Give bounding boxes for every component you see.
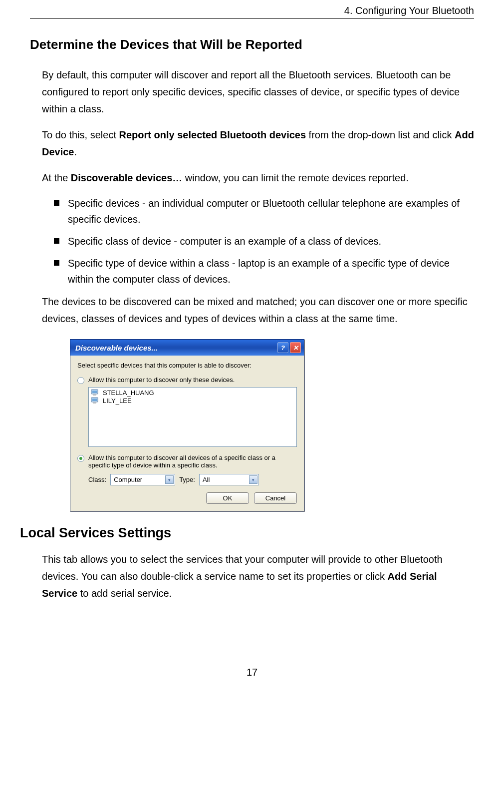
bold-text: Report only selected Bluetooth devices xyxy=(119,129,306,140)
svg-rect-2 xyxy=(93,395,96,396)
computer-icon xyxy=(91,389,100,397)
svg-rect-4 xyxy=(92,399,97,401)
radio-specific-class[interactable] xyxy=(77,455,84,462)
paragraph: To do this, select Report only selected … xyxy=(42,126,474,160)
paragraph: At the Discoverable devices… window, you… xyxy=(42,169,474,186)
ok-button[interactable]: OK xyxy=(206,492,249,504)
section-heading-local-services: Local Services Settings xyxy=(20,525,474,541)
chevron-down-icon: ▾ xyxy=(249,475,257,484)
radio-label: Allow this computer to discover only the… xyxy=(88,376,235,384)
page-number: 17 xyxy=(30,667,474,678)
radio-label: Allow this computer to discover all devi… xyxy=(88,454,297,469)
list-item: Specific type of device within a class -… xyxy=(54,255,474,287)
list-item: Specific class of device - computer is a… xyxy=(54,233,474,249)
type-dropdown[interactable]: All ▾ xyxy=(199,474,259,485)
cancel-button[interactable]: Cancel xyxy=(254,492,297,504)
paragraph: This tab allows you to select the servic… xyxy=(42,551,474,602)
dialog-titlebar[interactable]: Discoverable devices... ? ✕ xyxy=(70,340,304,356)
type-label: Type: xyxy=(179,476,195,483)
text: from the drop-down list and click xyxy=(306,129,455,140)
type-value: All xyxy=(203,476,210,483)
list-item: Specific devices - an individual compute… xyxy=(54,195,474,227)
section-heading-determine: Determine the Devices that Will be Repor… xyxy=(30,37,474,52)
text: window, you can limit the remote devices… xyxy=(182,172,409,183)
help-button[interactable]: ? xyxy=(277,342,288,353)
text: . xyxy=(74,146,77,157)
computer-icon xyxy=(91,397,100,405)
chevron-down-icon: ▾ xyxy=(165,475,174,484)
chapter-header: 4. Configuring Your Bluetooth xyxy=(344,5,474,16)
svg-rect-5 xyxy=(93,403,96,404)
svg-rect-1 xyxy=(92,391,97,393)
bullet-list: Specific devices - an individual compute… xyxy=(54,195,474,287)
class-dropdown[interactable]: Computer ▾ xyxy=(110,474,175,485)
bold-text: Discoverable devices… xyxy=(71,172,182,183)
paragraph: The devices to be discovered can be mixe… xyxy=(42,293,474,327)
device-name: STELLA_HUANG xyxy=(103,389,154,397)
paragraph: By default, this computer will discover … xyxy=(42,66,474,117)
dialog-instruction: Select specific devices that this comput… xyxy=(77,362,297,369)
class-label: Class: xyxy=(88,476,106,483)
radio-these-devices[interactable] xyxy=(77,377,84,384)
text: This tab allows you to select the servic… xyxy=(42,554,443,582)
list-item[interactable]: STELLA_HUANG xyxy=(90,389,295,397)
class-value: Computer xyxy=(114,476,142,483)
text: At the xyxy=(42,172,71,183)
discoverable-devices-dialog: Discoverable devices... ? ✕ Select speci… xyxy=(70,339,304,511)
device-listbox[interactable]: STELLA_HUANG LILY_LEE xyxy=(88,387,297,447)
device-name: LILY_LEE xyxy=(103,397,132,405)
text: To do this, select xyxy=(42,129,119,140)
text: to add serial service. xyxy=(77,588,172,599)
close-button[interactable]: ✕ xyxy=(290,342,301,353)
dialog-title: Discoverable devices... xyxy=(75,344,158,352)
list-item[interactable]: LILY_LEE xyxy=(90,397,295,405)
